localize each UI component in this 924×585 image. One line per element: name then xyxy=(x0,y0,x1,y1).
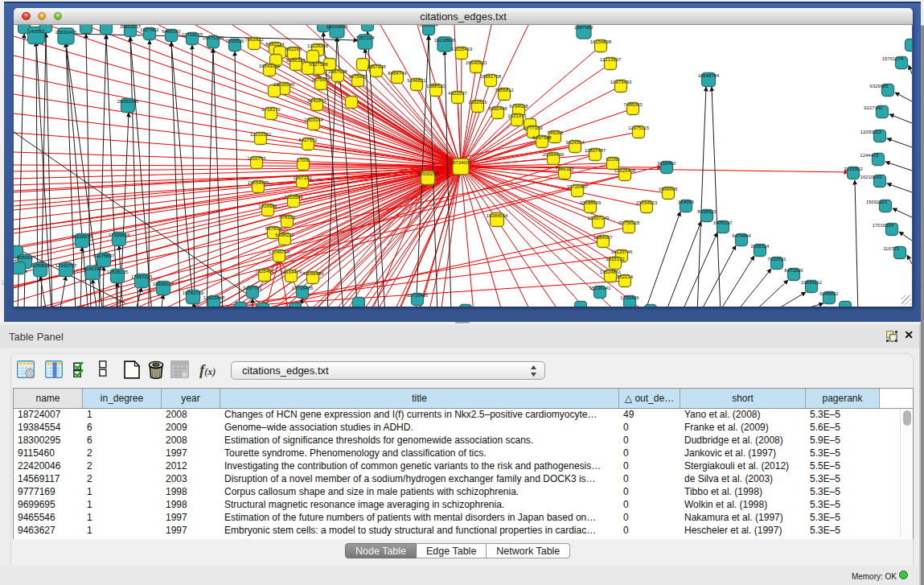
svg-text:1362615: 1362615 xyxy=(468,100,487,105)
svg-text:8471626: 8471626 xyxy=(784,268,803,273)
svg-text:835061: 835061 xyxy=(17,255,34,260)
svg-text:5498222: 5498222 xyxy=(275,233,294,237)
svg-text:15136141: 15136141 xyxy=(589,286,611,290)
svg-text:116753: 116753 xyxy=(883,246,899,251)
svg-text:7357224: 7357224 xyxy=(355,35,375,40)
svg-text:2935114: 2935114 xyxy=(751,244,770,249)
svg-text:12975115: 12975115 xyxy=(628,126,650,130)
svg-text:16154838: 16154838 xyxy=(590,39,612,44)
svg-text:252214: 252214 xyxy=(617,274,634,279)
svg-text:7632621: 7632621 xyxy=(767,257,786,262)
svg-text:16782759: 16782759 xyxy=(183,290,204,295)
svg-text:62160: 62160 xyxy=(606,157,620,162)
svg-text:8938923: 8938923 xyxy=(697,209,717,214)
svg-text:10973493: 10973493 xyxy=(610,80,632,84)
svg-text:93975887: 93975887 xyxy=(93,253,115,258)
svg-text:16120746: 16120746 xyxy=(611,249,633,254)
svg-text:16648784: 16648784 xyxy=(698,73,720,78)
svg-text:9777169: 9777169 xyxy=(524,126,543,130)
svg-text:19654923: 19654923 xyxy=(636,200,658,205)
svg-text:2984067: 2984067 xyxy=(593,235,613,240)
svg-text:8990448: 8990448 xyxy=(488,106,507,111)
svg-text:8427552: 8427552 xyxy=(298,138,318,142)
svg-text:1156819: 1156819 xyxy=(31,263,51,268)
svg-text:15720407: 15720407 xyxy=(567,184,589,189)
svg-text:4822037: 4822037 xyxy=(448,91,467,96)
svg-text:16671355: 16671355 xyxy=(203,35,224,40)
svg-text:16961758: 16961758 xyxy=(480,74,502,79)
svg-text:1610755: 1610755 xyxy=(247,156,266,161)
svg-text:2367608: 2367608 xyxy=(367,64,386,69)
svg-text:17957225: 17957225 xyxy=(131,274,153,279)
svg-text:3675685: 3675685 xyxy=(348,74,368,79)
svg-text:10958107: 10958107 xyxy=(153,282,175,286)
svg-text:10719155: 10719155 xyxy=(182,32,203,37)
svg-text:7986322: 7986322 xyxy=(555,167,574,171)
svg-text:17359924: 17359924 xyxy=(109,233,130,237)
svg-text:1353594: 1353594 xyxy=(284,195,303,200)
svg-text:9242843: 9242843 xyxy=(307,98,326,103)
svg-text:10807487: 10807487 xyxy=(585,148,606,153)
svg-text:1244415: 1244415 xyxy=(860,153,879,158)
svg-text:17016504: 17016504 xyxy=(873,223,894,228)
svg-text:20206576: 20206576 xyxy=(72,234,93,239)
svg-text:9245652: 9245652 xyxy=(819,291,839,296)
svg-text:6479197: 6479197 xyxy=(713,220,733,225)
svg-text:878332: 878332 xyxy=(279,215,296,220)
svg-text:7515526: 7515526 xyxy=(225,39,244,43)
svg-text:3675685: 3675685 xyxy=(311,77,331,82)
svg-text:10654112: 10654112 xyxy=(801,280,823,285)
svg-text:1527602: 1527602 xyxy=(140,27,159,32)
svg-text:16033809: 16033809 xyxy=(326,25,348,29)
svg-text:18300295: 18300295 xyxy=(417,171,439,176)
svg-text:70756928: 70756928 xyxy=(618,220,640,225)
svg-text:8660124: 8660124 xyxy=(265,42,285,47)
svg-text:1621072: 1621072 xyxy=(507,113,527,118)
svg-text:7955812: 7955812 xyxy=(495,88,514,93)
svg-text:19654985: 19654985 xyxy=(248,180,269,185)
svg-text:6794028: 6794028 xyxy=(509,104,528,109)
svg-text:6497568: 6497568 xyxy=(532,135,552,140)
svg-text:10025438: 10025438 xyxy=(614,168,636,173)
svg-text:2367608: 2367608 xyxy=(328,69,347,74)
svg-text:19218506: 19218506 xyxy=(434,38,456,43)
svg-text:140557: 140557 xyxy=(28,29,45,34)
svg-text:16210643: 16210643 xyxy=(860,175,882,179)
svg-text:13325419: 13325419 xyxy=(451,47,473,51)
svg-text:18724007: 18724007 xyxy=(450,160,472,165)
svg-text:10653257: 10653257 xyxy=(120,25,142,29)
svg-text:49099489: 49099489 xyxy=(302,271,324,276)
svg-text:15751074: 15751074 xyxy=(882,56,904,61)
svg-text:7663822: 7663822 xyxy=(244,37,264,42)
svg-text:9457791: 9457791 xyxy=(243,286,262,290)
svg-text:9329965: 9329965 xyxy=(869,84,889,89)
svg-text:2718179: 2718179 xyxy=(261,107,281,112)
svg-text:1145194: 1145194 xyxy=(84,266,103,271)
svg-text:7625402: 7625402 xyxy=(255,269,274,274)
svg-text:8454749: 8454749 xyxy=(388,71,407,76)
svg-text:23420046: 23420046 xyxy=(273,82,295,87)
svg-text:3267130: 3267130 xyxy=(293,175,312,180)
svg-text:12342757: 12342757 xyxy=(55,263,77,268)
svg-text:3624554: 3624554 xyxy=(565,140,585,145)
svg-text:6466160: 6466160 xyxy=(162,29,181,34)
svg-text:26053346: 26053346 xyxy=(117,99,139,104)
svg-text:13716485: 13716485 xyxy=(292,286,314,290)
svg-text:3215953: 3215953 xyxy=(844,167,863,171)
svg-text:16640910: 16640910 xyxy=(466,60,487,65)
svg-text:8186328: 8186328 xyxy=(286,58,306,63)
svg-text:9474444: 9474444 xyxy=(732,233,751,238)
svg-text:17046718: 17046718 xyxy=(269,249,290,254)
svg-text:17006: 17006 xyxy=(297,158,310,163)
svg-text:18307249: 18307249 xyxy=(588,216,610,220)
svg-text:16914479: 16914479 xyxy=(281,270,302,274)
svg-text:887833: 887833 xyxy=(265,226,282,231)
svg-text:2803144: 2803144 xyxy=(304,117,323,122)
svg-text:1588520: 1588520 xyxy=(426,84,446,89)
svg-text:1615132: 1615132 xyxy=(606,257,625,262)
svg-text:12923448: 12923448 xyxy=(203,295,225,300)
svg-text:1733426: 1733426 xyxy=(620,295,639,300)
svg-text:2687682: 2687682 xyxy=(574,25,593,30)
svg-text:9146821: 9146821 xyxy=(407,78,426,83)
svg-text:20691406: 20691406 xyxy=(55,30,77,35)
